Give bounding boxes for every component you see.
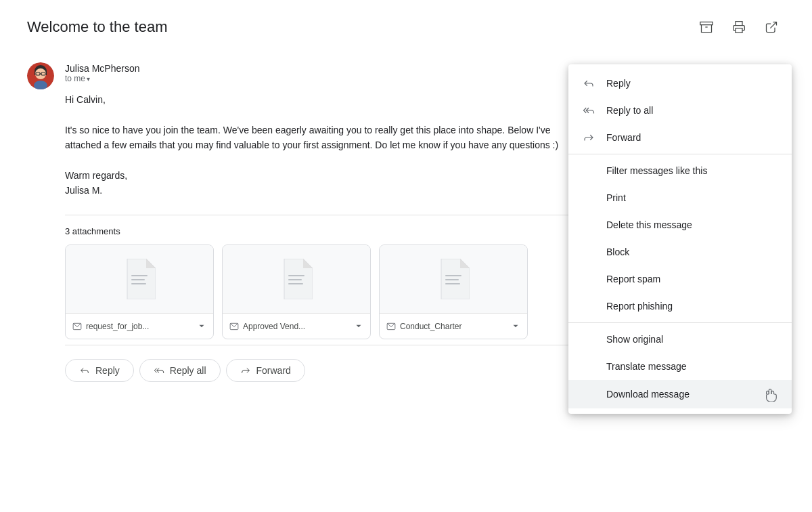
menu-forward-icon [582,131,595,144]
menu-item-print[interactable]: Print [568,184,792,211]
reply-icon [79,365,90,376]
attachment-item[interactable]: Approved Vend... [222,244,371,339]
mail-icon [386,322,396,331]
email-subject: Welcome to the team [27,18,167,36]
svg-rect-25 [445,279,459,280]
menu-delete-label: Delete this message [606,219,692,230]
attachment-more-1 [197,321,206,333]
sender-info: Julisa McPherson to me ▾ [65,63,140,83]
menu-item-show-original[interactable]: Show original [568,326,792,353]
menu-item-report-phishing[interactable]: Report phishing [568,293,792,320]
reply-all-button[interactable]: Reply all [139,359,221,382]
menu-spacer-6 [582,299,595,313]
attachments-section: 3 attachments [65,215,633,339]
svg-rect-21 [288,279,302,280]
body-line-4: Julisa M. [65,183,572,198]
open-in-new-button[interactable] [758,14,785,41]
dropdown-menu: Reply Reply to all Forward [568,64,792,414]
body-line-3: Warm regards, [65,168,572,183]
file-icon [123,259,156,299]
menu-phishing-label: Report phishing [606,301,673,312]
menu-spacer-4 [582,245,595,259]
menu-item-forward[interactable]: Forward [568,124,792,151]
menu-divider-1 [568,154,792,154]
menu-item-reply-all[interactable]: Reply to all [568,97,792,124]
reply-bar: Reply Reply all Forward [65,345,633,396]
sender-to[interactable]: to me ▾ [65,74,140,83]
archive-icon [700,20,713,34]
menu-spacer-3 [582,218,595,232]
menu-original-label: Show original [606,334,663,345]
svg-rect-18 [131,283,146,284]
email-header: Welcome to the team [27,0,785,51]
menu-download-label: Download message [606,389,690,400]
reply-label: Reply [95,365,120,376]
svg-line-3 [770,22,776,28]
attachment-more-3 [511,321,520,333]
svg-rect-24 [445,275,461,276]
svg-rect-26 [445,283,460,284]
svg-rect-0 [700,22,713,25]
attachment-name-2: Approved Vend... [243,322,305,331]
menu-item-reply[interactable]: Reply [568,70,792,97]
attachment-menu-icon [511,321,520,330]
mail-icon [72,322,82,331]
attachment-name-3: Conduct_Charter [400,322,461,331]
body-line-2: It's so nice to have you join the team. … [65,123,572,153]
menu-forward-label: Forward [606,132,641,143]
file-icon [280,259,313,299]
open-new-icon [765,20,778,34]
svg-rect-16 [131,275,148,276]
attachment-item[interactable]: Conduct_Charter [379,244,528,339]
avatar-image [27,62,54,89]
attachment-preview [380,245,527,313]
cursor-hand-icon [763,387,778,402]
forward-button[interactable]: Forward [226,359,305,382]
attachment-footer: Conduct_Charter [380,313,527,339]
forward-icon [240,365,251,376]
attachment-more-2 [354,321,363,333]
print-button[interactable] [725,14,752,41]
attachment-item[interactable]: request_for_job... [65,244,214,339]
message-body: Hi Calvin, It's so nice to have you join… [65,92,572,198]
cursor-indicator [763,387,778,402]
attachments-label: 3 attachments [65,226,633,236]
menu-spacer-5 [582,272,595,286]
attachment-footer: request_for_job... [66,313,213,339]
sender-avatar [27,62,54,89]
menu-spacer-1 [582,164,595,177]
menu-block-label: Block [606,247,629,257]
archive-button[interactable] [693,14,720,41]
menu-reply-all-icon [582,104,595,117]
file-icon [437,259,470,299]
menu-item-delete[interactable]: Delete this message [568,211,792,238]
forward-label: Forward [256,365,291,376]
menu-translate-label: Translate message [606,361,687,372]
menu-spacer-2 [582,191,595,205]
menu-item-report-spam[interactable]: Report spam [568,265,792,293]
body-line-1: Hi Calvin, [65,92,572,107]
attachment-menu-icon [354,321,363,330]
attachment-menu-icon [197,321,206,330]
attachment-preview [66,245,213,313]
chevron-down-icon: ▾ [87,75,90,83]
menu-item-filter[interactable]: Filter messages like this [568,157,792,184]
attachment-footer: Approved Vend... [223,313,370,339]
menu-item-translate[interactable]: Translate message [568,353,792,380]
attachment-name-1: request_for_job... [86,322,149,331]
reply-all-icon [154,365,164,376]
menu-spacer-9 [582,387,595,401]
menu-reply-icon [582,77,595,90]
menu-reply-label: Reply [606,78,631,89]
menu-filter-label: Filter messages like this [606,165,707,176]
menu-divider-2 [568,322,792,323]
menu-reply-all-label: Reply to all [606,105,653,116]
reply-button[interactable]: Reply [65,359,134,382]
svg-rect-22 [288,283,303,284]
svg-rect-20 [288,275,304,276]
menu-item-download[interactable]: Download message [568,380,792,408]
menu-item-block[interactable]: Block [568,238,792,265]
svg-rect-2 [736,28,742,33]
mail-icon [229,322,239,331]
print-icon [732,20,746,34]
